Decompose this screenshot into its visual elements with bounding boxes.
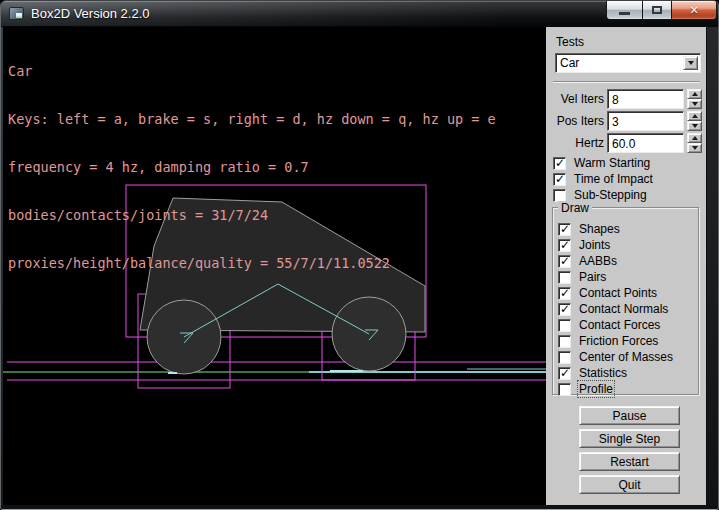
draw-group-label: Draw (558, 201, 592, 215)
time-of-impact-checkbox[interactable]: ✓ (553, 173, 566, 186)
pairs-checkbox[interactable]: ✓ (558, 271, 571, 284)
joints-label: Joints (579, 238, 610, 252)
separator (553, 81, 700, 83)
center-of-masses-label: Center of Masses (579, 350, 673, 364)
app-icon (9, 7, 24, 20)
statistics-checkbox[interactable]: ✓ (558, 367, 571, 380)
title-bar[interactable]: Box2D Version 2.2.0 ✕ (1, 1, 718, 27)
profile-checkbox[interactable]: ✓ (558, 383, 571, 396)
hertz-spinner (687, 133, 702, 153)
statistics-row: ✓ Statistics (558, 365, 673, 381)
simulation-canvas[interactable]: Car Keys: left = a, brake = s, right = d… (3, 27, 546, 505)
contact-normals-checkbox[interactable]: ✓ (558, 303, 571, 316)
joints-row: ✓ Joints (558, 237, 673, 253)
stat-line-test-name: Car (8, 63, 496, 79)
single-step-button[interactable]: Single Step (579, 429, 680, 448)
pos-iters-row: Pos Iters (546, 111, 706, 131)
tests-dropdown-button[interactable] (683, 56, 698, 70)
contact-forces-label: Contact Forces (579, 318, 660, 332)
stat-line-frequency: frequency = 4 hz, damping ratio = 0.7 (8, 159, 496, 175)
aabbs-row: ✓ AABBs (558, 253, 673, 269)
pause-button[interactable]: Pause (579, 406, 680, 425)
profile-row: ✓ Profile (558, 381, 673, 397)
check-icon: ✓ (560, 302, 570, 316)
vel-iters-input[interactable] (607, 89, 684, 109)
friction-forces-label: Friction Forces (579, 334, 658, 348)
contact-points-row: ✓ Contact Points (558, 285, 673, 301)
aabbs-label: AABBs (579, 254, 617, 268)
sim-flags: ✓ Warm Starting ✓ Time of Impact ✓ Sub-S… (553, 155, 653, 203)
window-frame-bottom (1, 505, 718, 509)
maximize-icon (652, 6, 662, 14)
check-icon: ✓ (560, 238, 570, 252)
warm-starting-label: Warm Starting (574, 156, 650, 170)
arrow-down-icon (692, 146, 698, 150)
pos-iters-spin-up[interactable] (687, 111, 702, 121)
contact-normals-label: Contact Normals (579, 302, 668, 316)
check-icon: ✓ (560, 222, 570, 236)
friction-forces-checkbox[interactable]: ✓ (558, 335, 571, 348)
tests-dropdown-value: Car (556, 56, 700, 70)
stat-line-keys: Keys: left = a, brake = s, right = d, hz… (8, 111, 496, 127)
pairs-label: Pairs (579, 270, 606, 284)
statistics-label: Statistics (579, 366, 627, 380)
contact-forces-row: ✓ Contact Forces (558, 317, 673, 333)
pos-iters-input[interactable] (607, 111, 684, 131)
vel-iters-row: Vel Iters (546, 89, 706, 109)
minimize-button[interactable] (606, 0, 642, 20)
quit-button[interactable]: Quit (579, 475, 680, 494)
arrow-up-icon (692, 114, 698, 118)
warm-starting-checkbox[interactable]: ✓ (553, 157, 566, 170)
hertz-label: Hertz (546, 136, 604, 150)
vel-iters-label: Vel Iters (546, 92, 604, 106)
shapes-checkbox[interactable]: ✓ (558, 223, 571, 236)
hertz-spin-up[interactable] (687, 133, 702, 143)
draw-flags: ✓ Shapes ✓ Joints ✓ AABBs ✓ Pairs ✓ Co (558, 221, 673, 397)
chevron-down-icon (688, 61, 694, 65)
arrow-down-icon (692, 102, 698, 106)
contact-points-label: Contact Points (579, 286, 657, 300)
vel-iters-spin-up[interactable] (687, 89, 702, 99)
shapes-label: Shapes (579, 222, 620, 236)
tests-label: Tests (556, 35, 584, 49)
contact-points-checkbox[interactable]: ✓ (558, 287, 571, 300)
hertz-row: Hertz (546, 133, 706, 153)
contact-normals-row: ✓ Contact Normals (558, 301, 673, 317)
hertz-spin-down[interactable] (687, 143, 702, 153)
friction-forces-row: ✓ Friction Forces (558, 333, 673, 349)
arrow-down-icon (692, 124, 698, 128)
time-of-impact-label: Time of Impact (574, 172, 653, 186)
pos-iters-label: Pos Iters (546, 114, 604, 128)
pos-iters-spin-down[interactable] (687, 121, 702, 131)
profile-label: Profile (579, 382, 613, 396)
warm-starting-row: ✓ Warm Starting (553, 155, 653, 171)
aabbs-checkbox[interactable]: ✓ (558, 255, 571, 268)
close-button[interactable]: ✕ (672, 0, 717, 20)
shapes-row: ✓ Shapes (558, 221, 673, 237)
center-of-masses-checkbox[interactable]: ✓ (558, 351, 571, 364)
arrow-up-icon (692, 92, 698, 96)
maximize-button[interactable] (642, 0, 672, 20)
sub-stepping-label: Sub-Stepping (574, 188, 647, 202)
restart-button[interactable]: Restart (579, 452, 680, 471)
arrow-up-icon (692, 136, 698, 140)
app-window: Box2D Version 2.2.0 ✕ (0, 0, 719, 510)
vel-iters-spin-down[interactable] (687, 99, 702, 109)
vel-iters-spinner (687, 89, 702, 109)
control-panel: Tests Car Vel Iters Pos Iters (546, 27, 706, 505)
time-of-impact-row: ✓ Time of Impact (553, 171, 653, 187)
window-controls: ✕ (606, 0, 717, 20)
hertz-input[interactable] (607, 133, 684, 153)
check-icon: ✓ (560, 254, 570, 268)
check-icon: ✓ (560, 286, 570, 300)
contact-forces-checkbox[interactable]: ✓ (558, 319, 571, 332)
center-of-masses-row: ✓ Center of Masses (558, 349, 673, 365)
sub-stepping-checkbox[interactable]: ✓ (553, 189, 566, 202)
debug-stats-text: Car Keys: left = a, brake = s, right = d… (8, 31, 496, 303)
close-icon: ✕ (689, 5, 698, 16)
window-title: Box2D Version 2.2.0 (31, 6, 150, 21)
tests-dropdown[interactable]: Car (555, 53, 701, 73)
pairs-row: ✓ Pairs (558, 269, 673, 285)
joints-checkbox[interactable]: ✓ (558, 239, 571, 252)
minimize-icon (619, 12, 630, 15)
